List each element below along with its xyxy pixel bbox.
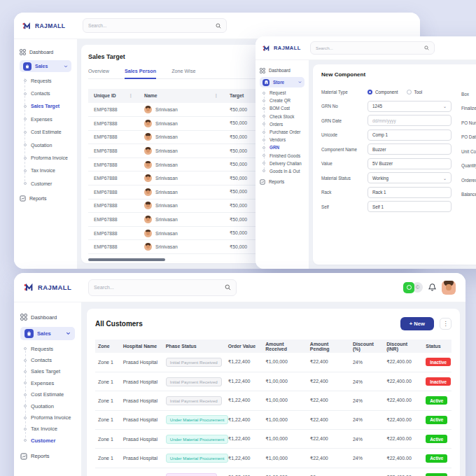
search-input[interactable]: [316, 46, 424, 50]
status-badge[interactable]: Active: [426, 416, 447, 424]
sidebar-item[interactable]: Finished Goods: [262, 152, 304, 160]
sidebar-item[interactable]: GRN: [262, 144, 304, 151]
radio-option[interactable]: Tool: [407, 90, 423, 94]
sidebar-item[interactable]: Quotation: [23, 400, 75, 412]
sidebar-item[interactable]: Goods In & Out: [262, 167, 304, 175]
order-value-cell: ₹1,22,400: [225, 468, 262, 476]
rajmall-logo[interactable]: RAJMALL: [24, 283, 88, 292]
bullet-icon: [262, 131, 265, 134]
sidebar-item-reports[interactable]: Reports: [20, 450, 75, 463]
bell-icon[interactable]: [428, 283, 437, 292]
table-row[interactable]: Zone 1 Prasad Hospital Under Material Pr…: [95, 410, 451, 429]
sidebar-item[interactable]: Customer: [22, 177, 71, 190]
new-button[interactable]: + New: [400, 317, 434, 330]
status-badge[interactable]: Active: [426, 396, 447, 405]
radio-icon[interactable]: [368, 90, 372, 94]
search-bar[interactable]: [310, 41, 435, 55]
sidebar-item[interactable]: Expenses: [23, 377, 75, 388]
form-input[interactable]: Buzzer: [368, 144, 451, 155]
column-header[interactable]: Hospital Name: [120, 340, 163, 353]
sidebar-item[interactable]: Expenses: [22, 113, 71, 125]
search-input[interactable]: [88, 23, 216, 28]
sidebar-item[interactable]: Requests: [22, 74, 71, 87]
tab[interactable]: Overview: [88, 68, 109, 78]
sidebar-item[interactable]: BOM Cost: [262, 104, 304, 112]
sidebar-item[interactable]: Cost Estimate: [22, 126, 71, 139]
table-row[interactable]: Zone 1 Prasad Hospital Under Material Pr…: [95, 430, 451, 449]
sidebar-item[interactable]: Tax Invoice: [22, 164, 71, 177]
sidebar-section-sales[interactable]: Sales: [20, 327, 75, 340]
form-input[interactable]: Rack 1: [368, 187, 451, 198]
search-bar[interactable]: [88, 279, 237, 296]
form-input[interactable]: 1245⌄: [368, 101, 451, 112]
sidebar-item[interactable]: Sales Target: [22, 100, 71, 113]
sort-icon[interactable]: ⋮: [129, 93, 134, 99]
column-header[interactable]: Status: [423, 340, 451, 353]
table-row[interactable]: Zone 1 Prasad Hospital Initial Payment R…: [95, 391, 451, 410]
tab[interactable]: Sales Person: [125, 68, 156, 78]
status-badge[interactable]: Active: [426, 473, 447, 476]
form-input[interactable]: 5V Buzzer: [368, 158, 451, 169]
sidebar-item[interactable]: Vendors: [262, 136, 304, 144]
table-row[interactable]: Zone 1 Prasad Hospital Installation Comp…: [95, 468, 451, 476]
rajmall-logo[interactable]: RAJMALL: [262, 45, 310, 52]
sidebar-item[interactable]: Customer: [23, 435, 75, 446]
sidebar-item[interactable]: Purchase Order: [262, 128, 304, 136]
form-input[interactable]: dd/mm/yyyy: [368, 115, 451, 126]
sidebar-item-dashboard[interactable]: Dashboard: [20, 46, 71, 57]
sidebar-item[interactable]: Create QR: [262, 97, 304, 104]
sidebar-item[interactable]: Check Stock: [262, 113, 304, 120]
search-input[interactable]: [94, 284, 225, 290]
sidebar-item[interactable]: Request: [262, 89, 304, 97]
column-header[interactable]: Discount (INR): [384, 340, 423, 353]
sidebar-item[interactable]: Tax Invoice: [23, 424, 75, 435]
search-bar[interactable]: [83, 18, 227, 33]
column-header[interactable]: Name⋮: [139, 89, 224, 103]
status-badge[interactable]: Active: [426, 435, 447, 443]
sidebar-item[interactable]: Orders: [262, 120, 304, 128]
sidebar-item[interactable]: Cost Estimate: [23, 389, 75, 400]
avatar: [144, 133, 152, 141]
column-header[interactable]: Amount Pending: [307, 340, 350, 353]
sidebar-item[interactable]: Proforma Invoice: [22, 151, 71, 164]
table-row[interactable]: Zone 1 Prasad Hospital Initial Payment R…: [95, 372, 451, 391]
sidebar-item-reports[interactable]: Reports: [260, 177, 304, 186]
column-header[interactable]: Phase Status: [163, 340, 225, 353]
status-badge[interactable]: Active: [426, 454, 447, 463]
column-header[interactable]: Zone: [95, 340, 120, 353]
user-avatar[interactable]: [442, 281, 456, 295]
sidebar-item-reports[interactable]: Reports: [20, 193, 71, 204]
column-header[interactable]: Amount Received: [262, 340, 307, 353]
amount-pending-cell: ₹22,400: [307, 449, 350, 468]
sort-icon[interactable]: ⋮: [214, 93, 219, 99]
more-options-icon[interactable]: ⋮: [440, 318, 451, 330]
radio-option[interactable]: Component: [368, 90, 398, 94]
sidebar-item-dashboard[interactable]: Dashboard: [20, 311, 75, 323]
rajmall-logo[interactable]: RAJMALL: [22, 22, 81, 30]
scrollbar-thumb[interactable]: [88, 258, 165, 261]
form-input[interactable]: Comp 1: [368, 130, 451, 141]
column-header[interactable]: Order Value: [225, 340, 262, 353]
column-header[interactable]: Unique ID⋮: [88, 89, 139, 103]
form-input[interactable]: Self 1: [368, 201, 451, 212]
sidebar-item[interactable]: Contacts: [23, 354, 75, 365]
table-row[interactable]: Zone 1 Prasad Hospital Initial Payment R…: [95, 353, 451, 372]
table-row[interactable]: Zone 1 Prasad Hospital Under Material Pr…: [95, 449, 451, 468]
status-badge[interactable]: Inactive: [426, 358, 451, 366]
column-header[interactable]: Discount (%): [350, 340, 384, 353]
radio-icon[interactable]: [407, 90, 412, 94]
unique-id-cell: EMP67888: [88, 103, 139, 117]
form-input[interactable]: Working⌄: [368, 172, 451, 183]
sidebar-item[interactable]: Sales Target: [23, 366, 75, 377]
green-app-icon[interactable]: [403, 282, 414, 293]
tab[interactable]: Zone Wise: [172, 68, 195, 78]
sidebar-item[interactable]: Contacts: [22, 87, 71, 99]
sidebar-item[interactable]: Proforma Invoice: [23, 412, 75, 423]
sidebar-section-sales[interactable]: Sales: [20, 60, 71, 72]
sidebar-section-store[interactable]: Store: [260, 77, 304, 88]
sidebar-item[interactable]: Quotation: [22, 139, 71, 151]
status-badge[interactable]: Inactive: [426, 377, 451, 386]
sidebar-item[interactable]: Requests: [23, 343, 75, 354]
sidebar-item-dashboard[interactable]: Dashboard: [260, 66, 304, 75]
sidebar-item[interactable]: Delivery Challan: [262, 160, 304, 167]
